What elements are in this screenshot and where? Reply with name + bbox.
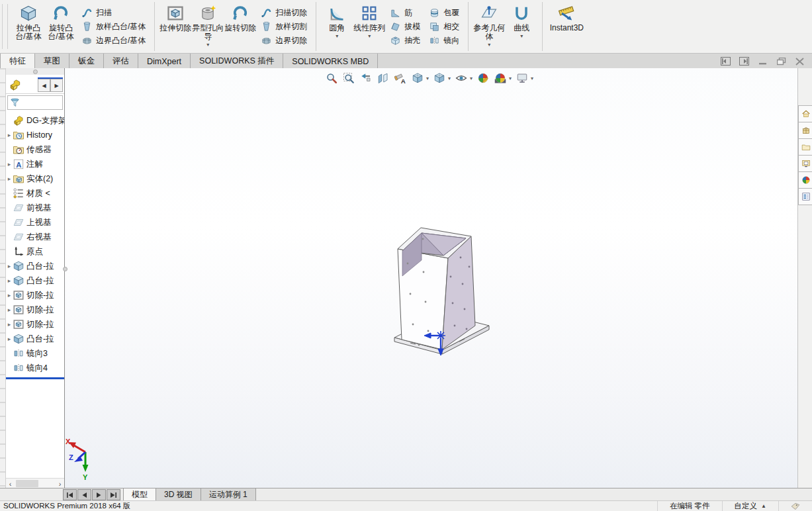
curves-button[interactable]: 曲线 ▾ (506, 2, 537, 52)
expand-arrow-icon[interactable]: ▸ (6, 306, 13, 313)
view-palette-tab[interactable] (798, 155, 812, 172)
tab-dimxpert[interactable]: DimXpert (138, 54, 191, 69)
previous-tab-icon[interactable] (77, 489, 91, 500)
tree-item-front-plane[interactable]: 前视基 (6, 201, 64, 215)
expand-arrow-icon[interactable]: ▸ (6, 132, 13, 138)
tree-root-part[interactable]: DG-支撑架 (6, 113, 64, 128)
dropdown-arrow-icon[interactable]: ▾ (206, 42, 209, 48)
collapse-pane-right-icon[interactable] (739, 56, 750, 66)
lofted-cut-button[interactable]: 放样切割 (259, 21, 309, 33)
boundary-cut-button[interactable]: 边界切除 (259, 34, 309, 47)
collapse-pane-left-icon[interactable] (720, 56, 731, 66)
minimize-icon[interactable] (757, 56, 768, 66)
design-library-tab[interactable] (798, 122, 812, 139)
panel-collapse-handle[interactable] (6, 68, 64, 75)
tree-item-material[interactable]: 材质 < (6, 186, 64, 201)
fillet-button[interactable]: 圆角 ▾ (321, 2, 353, 52)
sweep-button[interactable]: 扫描 (79, 7, 148, 19)
last-tab-icon[interactable] (107, 489, 120, 500)
expand-arrow-icon[interactable]: ▸ (6, 321, 13, 328)
tab-sketch[interactable]: 草图 (35, 54, 69, 69)
solidworks-resources-tab[interactable] (798, 105, 812, 122)
close-icon[interactable] (794, 56, 805, 66)
custom-properties-tab[interactable] (798, 188, 812, 205)
tab-solidworks-mbd[interactable]: SOLIDWORKS MBD (283, 54, 378, 69)
tab-solidworks-addins[interactable]: SOLIDWORKS 插件 (191, 54, 283, 69)
expand-arrow-icon[interactable]: ▸ (6, 161, 13, 167)
splitter-handle[interactable] (63, 267, 68, 271)
tree-item-mirror4[interactable]: 镜向4 (6, 361, 64, 375)
panel-horizontal-scrollbar[interactable]: ‹ › (6, 478, 64, 488)
intersect-button[interactable]: 相交 (427, 21, 461, 33)
rib-icon (390, 7, 401, 19)
dropdown-arrow-icon[interactable]: ▾ (336, 33, 338, 39)
tree-item-cut-extrude[interactable]: ▸ 切除-拉 (6, 288, 64, 302)
shell-icon (390, 35, 401, 46)
model-canvas: X Y Z (65, 68, 798, 488)
design-library-icon (801, 126, 811, 135)
motion-study-tab[interactable]: 运动算例 1 (201, 488, 256, 501)
rollback-bar[interactable] (6, 377, 64, 379)
tree-item-solid-bodies[interactable]: ▸ 实体(2) (6, 171, 64, 186)
extruded-cut-button[interactable]: 拉伸切除 (159, 2, 191, 52)
linear-pattern-icon (360, 4, 379, 23)
tree-item-origin[interactable]: 原点 (6, 244, 64, 259)
dropdown-arrow-icon[interactable]: ▾ (520, 33, 523, 39)
tree-item-cut-extrude[interactable]: ▸ 切除-拉 (6, 317, 64, 332)
tree-item-sensors[interactable]: 传感器 (6, 142, 64, 157)
first-tab-icon[interactable] (63, 489, 77, 500)
command-manager-ribbon: 拉伸凸台/基体 旋转凸台/基体 扫描 放样凸台/基体 边界凸台/基体 拉伸切除 (0, 0, 812, 53)
instant3d-button[interactable]: Instant3D (547, 2, 586, 52)
lofted-boss-button[interactable]: 放样凸台/基体 (79, 21, 148, 33)
mirror-button[interactable]: 镜向 (427, 34, 461, 47)
restore-icon[interactable] (776, 56, 787, 66)
mirror-feature-icon (13, 362, 24, 374)
shell-button[interactable]: 抽壳 (388, 34, 422, 47)
tree-item-mirror3[interactable]: 镜向3 (6, 346, 64, 361)
tree-item-boss-extrude[interactable]: ▸ 凸台-拉 (6, 259, 64, 273)
3d-views-tab[interactable]: 3D 视图 (156, 488, 201, 501)
revolved-boss-button[interactable]: 旋转凸台/基体 (45, 2, 77, 52)
tree-item-right-plane[interactable]: 右视基 (6, 230, 64, 244)
appearances-scenes-tab[interactable] (798, 171, 812, 189)
tab-evaluate[interactable]: 评估 (104, 54, 138, 69)
tree-item-boss-extrude[interactable]: ▸ 凸台-拉 (6, 332, 64, 346)
boundary-boss-button[interactable]: 边界凸台/基体 (79, 34, 148, 47)
tab-features[interactable]: 特征 (0, 54, 35, 69)
tree-item-history[interactable]: ▸ History (6, 128, 64, 142)
tree-item-annotations[interactable]: ▸ 注解 (6, 157, 64, 171)
wrap-button[interactable]: 包覆 (427, 7, 461, 19)
hole-wizard-button[interactable]: 异型孔向导 ▾ (192, 2, 224, 52)
scroll-right-icon[interactable]: › (56, 480, 64, 488)
tree-item-cut-extrude[interactable]: ▸ 切除-拉 (6, 302, 64, 317)
dropdown-arrow-icon[interactable]: ▾ (368, 33, 371, 39)
next-tab-icon[interactable] (92, 489, 106, 500)
scroll-left-icon[interactable]: ‹ (6, 480, 15, 488)
dropdown-arrow-icon[interactable]: ▾ (488, 42, 490, 48)
tree-filter-box[interactable] (7, 95, 63, 110)
tree-item-boss-extrude[interactable]: ▸ 凸台-拉 (6, 273, 64, 288)
file-explorer-tab[interactable] (798, 138, 812, 156)
scrollbar-thumb[interactable] (16, 480, 38, 487)
custom-dropdown[interactable]: 自定义 ▲ (723, 501, 778, 511)
tab-sheet-metal[interactable]: 钣金 (69, 54, 104, 69)
expand-arrow-icon[interactable]: ▸ (6, 263, 13, 269)
expand-arrow-icon[interactable]: ▸ (6, 175, 13, 182)
panel-tabs-prev-icon[interactable]: ◀ (38, 79, 50, 92)
panel-tabs-next-icon[interactable]: ▶ (50, 79, 63, 92)
graphics-viewport[interactable]: ▾ ▾ ▾ ▾ ▾ (65, 68, 797, 488)
tree-item-top-plane[interactable]: 上视基 (6, 215, 64, 230)
reference-geometry-button[interactable]: 参考几何体 ▾ (473, 2, 505, 52)
model-tab[interactable]: 模型 (123, 488, 156, 501)
expand-arrow-icon[interactable]: ▸ (6, 336, 13, 342)
rib-button[interactable]: 筋 (388, 7, 422, 19)
tag-button[interactable] (779, 502, 812, 510)
featuremanager-tab-icon[interactable] (9, 78, 22, 91)
linear-pattern-button[interactable]: 线性阵列 ▾ (353, 2, 385, 52)
expand-arrow-icon[interactable]: ▸ (6, 292, 13, 299)
expand-arrow-icon[interactable]: ▸ (6, 277, 13, 284)
extruded-boss-button[interactable]: 拉伸凸台/基体 (13, 2, 44, 52)
revolved-cut-button[interactable]: 旋转切除 (224, 2, 256, 52)
draft-button[interactable]: 拔模 (388, 21, 422, 33)
swept-cut-button[interactable]: 扫描切除 (259, 7, 309, 19)
